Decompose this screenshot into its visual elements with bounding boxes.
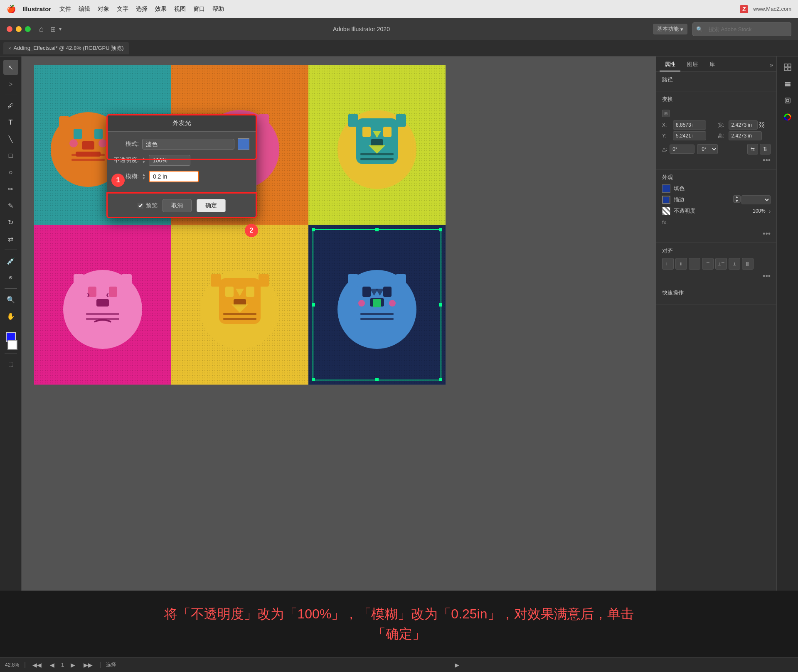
workspace-button[interactable]: 基本功能 ▾: [653, 24, 687, 34]
blur-spinner-down-icon[interactable]: ▼: [142, 177, 145, 180]
angle-select[interactable]: 0°: [697, 144, 718, 154]
tab-library[interactable]: 库: [704, 58, 720, 71]
appearance-more-icon[interactable]: •••: [763, 230, 771, 238]
tab-layers[interactable]: 图层: [682, 58, 703, 71]
tool-zoom[interactable]: 🔍: [3, 292, 18, 307]
menu-object[interactable]: 对象: [98, 5, 109, 13]
canvas-area[interactable]: › ‹: [22, 56, 656, 657]
layout-arrow-icon[interactable]: ▾: [59, 26, 62, 32]
far-right-icon-4[interactable]: [780, 110, 795, 125]
instruction-bar: 将「不透明度」改为「100%」，「模糊」改为「0.25in」，对效果满意后，单击…: [0, 591, 798, 657]
menu-select[interactable]: 选择: [136, 5, 148, 13]
align-center-h-btn[interactable]: ⊣⊢: [675, 258, 687, 270]
tab-close-icon[interactable]: ×: [8, 46, 11, 51]
tool-type[interactable]: T: [3, 115, 18, 130]
blur-spinner[interactable]: ▲ ▼: [142, 173, 145, 180]
minimize-button[interactable]: [16, 26, 22, 32]
constrain-icon[interactable]: ⛓: [759, 121, 765, 129]
document-tab[interactable]: × Adding_Effects.ai* @ 42.8% (RGB/GPU 预览…: [3, 42, 129, 54]
transform-more-icon[interactable]: •••: [763, 156, 771, 164]
far-right-icon-3[interactable]: [780, 93, 795, 108]
tool-rotate[interactable]: ↻: [3, 215, 18, 230]
path-title: 路径: [662, 76, 771, 83]
blur-spinner-up-icon[interactable]: ▲: [142, 173, 145, 177]
next-page-button[interactable]: ▶▶: [82, 661, 94, 669]
tool-ellipse[interactable]: ○: [3, 165, 18, 180]
cancel-button[interactable]: 取消: [163, 199, 192, 212]
menu-view[interactable]: 视图: [174, 5, 186, 13]
spinner-up-icon[interactable]: ▲: [142, 157, 145, 160]
macz-logo: Z: [740, 5, 748, 13]
tool-select[interactable]: ↖: [3, 60, 18, 75]
align-top-edge-btn[interactable]: ⊤: [702, 258, 714, 270]
ok-button[interactable]: 确定: [197, 199, 226, 212]
align-left-edge-btn[interactable]: ⊢: [662, 258, 674, 270]
panel-expand-icon[interactable]: »: [770, 61, 773, 68]
menu-effects[interactable]: 效果: [155, 5, 167, 13]
stroke-style-select[interactable]: —: [741, 195, 771, 204]
y-input[interactable]: [673, 131, 706, 140]
flip-h-icon[interactable]: ⇆: [747, 144, 758, 155]
tool-rect[interactable]: □: [3, 148, 18, 163]
tool-direct-select[interactable]: ▷: [3, 76, 18, 91]
tool-mirror[interactable]: ⇄: [3, 231, 18, 246]
svg-rect-70: [784, 68, 787, 71]
svg-rect-3: [94, 129, 103, 139]
opacity-spinner[interactable]: ▲ ▼: [142, 157, 145, 164]
tool-pencil[interactable]: ✎: [3, 198, 18, 213]
preview-checkbox[interactable]: [138, 203, 143, 208]
fill-swatch[interactable]: [662, 184, 670, 193]
h-input[interactable]: [729, 131, 762, 140]
flip-v-icon[interactable]: ⇅: [760, 144, 771, 155]
mode-select[interactable]: 滤色 正常 正片叠底: [142, 139, 234, 150]
search-input[interactable]: [704, 25, 788, 34]
tool-pen[interactable]: 🖋: [3, 98, 18, 113]
stroke-swatch[interactable]: [662, 196, 670, 204]
blur-input[interactable]: [149, 171, 199, 182]
transform-grid-icon: ⊞: [662, 110, 670, 117]
apple-menu[interactable]: 🍎: [7, 5, 16, 14]
w-label: 宽:: [718, 122, 726, 129]
prev-button[interactable]: ◀: [48, 661, 56, 669]
zoom-icon: 🔍: [7, 296, 15, 304]
x-input[interactable]: [673, 120, 706, 130]
glow-color-swatch[interactable]: [238, 138, 249, 150]
far-right-icon-2[interactable]: [780, 76, 795, 91]
spinner-down-icon[interactable]: ▼: [142, 161, 145, 164]
tool-line[interactable]: ╲: [3, 132, 18, 147]
far-right-icon-1[interactable]: [780, 60, 795, 75]
maximize-button[interactable]: [25, 26, 31, 32]
menu-edit[interactable]: 编辑: [79, 5, 90, 13]
prev-page-button[interactable]: ◀◀: [31, 661, 43, 669]
tool-blend[interactable]: ⊗: [3, 270, 18, 285]
tab-properties[interactable]: 属性: [660, 58, 680, 71]
menu-file[interactable]: 文件: [59, 5, 71, 13]
home-icon[interactable]: ⌂: [39, 25, 44, 34]
tool-eyedropper[interactable]: 💉: [3, 253, 18, 268]
menu-window[interactable]: 窗口: [193, 5, 205, 13]
right-panel: 属性 图层 库 » 路径 变换 ⊞ X: 宽: ⛓: [656, 56, 776, 657]
rotate-icon: ↻: [8, 218, 13, 226]
next-button[interactable]: ▶: [69, 661, 77, 669]
layout-icon[interactable]: ⊞: [50, 25, 56, 33]
tool-brush[interactable]: ✏: [3, 181, 18, 196]
stroke-up-icon[interactable]: ▲▼: [733, 195, 741, 203]
align-more-icon[interactable]: •••: [763, 272, 771, 280]
menu-help[interactable]: 帮助: [212, 5, 224, 13]
menu-text[interactable]: 文字: [117, 5, 128, 13]
eyedropper-icon: 💉: [7, 257, 15, 265]
tool-artboard[interactable]: ⬚: [3, 357, 18, 372]
align-bottom-edge-btn[interactable]: ⊥: [729, 258, 740, 270]
align-bar-btn[interactable]: |||: [742, 258, 754, 270]
tool-hand[interactable]: ✋: [3, 309, 18, 324]
play-button[interactable]: ▶: [453, 661, 461, 669]
close-button[interactable]: [7, 26, 12, 32]
w-input[interactable]: [729, 120, 758, 130]
app-menu[interactable]: Illustrator: [22, 5, 51, 12]
align-right-edge-btn[interactable]: ⊣: [689, 258, 700, 270]
background-color[interactable]: [7, 340, 17, 350]
align-center-v-btn[interactable]: ⊥⊤: [715, 258, 727, 270]
opacity-expand-icon[interactable]: ›: [769, 208, 771, 214]
angle-input[interactable]: [670, 145, 695, 154]
animal-svg-4: › ‹: [34, 225, 171, 385]
